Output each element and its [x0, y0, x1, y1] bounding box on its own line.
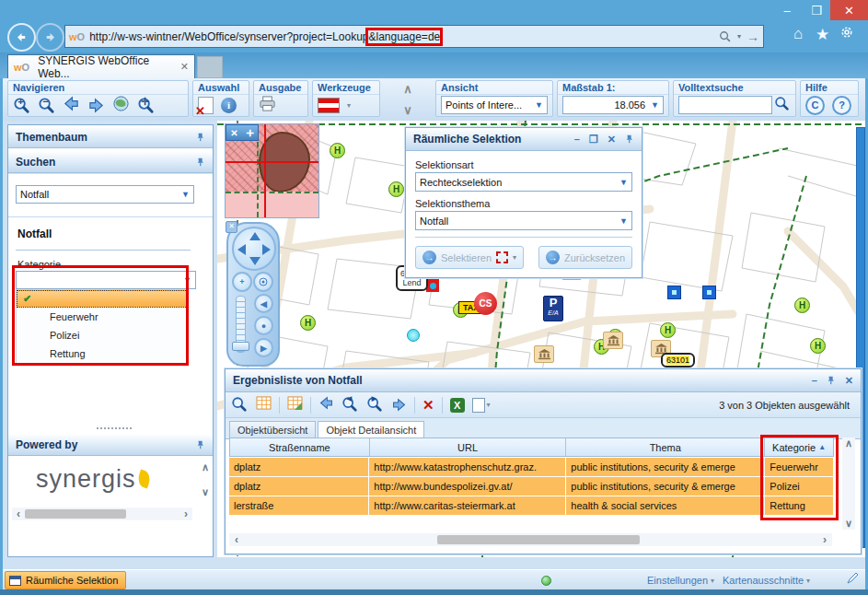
- zoom-in-icon[interactable]: +: [13, 97, 30, 114]
- museum-marker[interactable]: [603, 332, 623, 349]
- copyright-button[interactable]: C: [805, 96, 825, 115]
- history-back-button[interactable]: ◀: [254, 294, 273, 313]
- report-print-icon[interactable]: ▾: [472, 398, 491, 413]
- table-view-icon[interactable]: [256, 396, 272, 414]
- scrollbar-thumb[interactable]: [437, 535, 640, 544]
- scroll-down-icon[interactable]: ∨: [845, 518, 852, 530]
- zoom-in-button[interactable]: +: [232, 272, 252, 292]
- panel-minimize-icon[interactable]: –: [812, 375, 817, 386]
- history-forward-button[interactable]: ▶: [254, 338, 273, 357]
- fulltext-search-icon[interactable]: [774, 96, 790, 115]
- browser-back-button[interactable]: [7, 23, 36, 52]
- chevron-up-icon[interactable]: ∧: [403, 82, 412, 96]
- dropdown-option[interactable]: Feuerwehr: [17, 308, 188, 326]
- clear-selection-icon[interactable]: ✕: [198, 97, 214, 114]
- favorites-star-icon[interactable]: ★: [816, 25, 829, 44]
- einstellungen-menu[interactable]: Einstellungen▾: [647, 575, 714, 586]
- dropdown-option[interactable]: Rettung: [17, 344, 188, 363]
- fulltext-search-input[interactable]: [678, 96, 772, 114]
- selektionsart-dropdown[interactable]: Rechteckselektion▼: [415, 172, 632, 192]
- panel-header[interactable]: Räumliche Selektion – ❒ ✕: [406, 128, 642, 151]
- table-row[interactable]: lerstraßehttp://www.caritas-steiermark.a…: [229, 496, 834, 515]
- cs-marker[interactable]: CS: [474, 292, 497, 315]
- column-header-strassenname[interactable]: Straßenname: [230, 438, 370, 456]
- logo-vertical-scrollbar[interactable]: ∧ ∨: [202, 461, 209, 498]
- print-icon[interactable]: [259, 95, 276, 116]
- pan-zoom-icon[interactable]: ✛: [137, 97, 155, 114]
- browser-forward-button[interactable]: [36, 23, 64, 52]
- table-row[interactable]: dplatzhttp://www.bundespolizei.gv.at/pub…: [229, 477, 834, 496]
- next-extent-icon[interactable]: [87, 97, 105, 114]
- panel-close-icon[interactable]: ✕: [845, 375, 853, 387]
- pin-icon[interactable]: [196, 439, 205, 450]
- column-header-url[interactable]: URL: [370, 438, 567, 456]
- go-arrow-icon[interactable]: →: [746, 29, 759, 44]
- window-minimize-button[interactable]: –: [773, 0, 801, 20]
- selektieren-button[interactable]: → Selektieren ▾: [415, 246, 524, 269]
- minimap-controls[interactable]: ✕✛: [226, 124, 259, 141]
- poi-blue-square-marker[interactable]: [667, 286, 681, 299]
- results-header[interactable]: Ergebnisliste von Notfall – ✕: [226, 369, 861, 392]
- info-icon[interactable]: i: [221, 98, 237, 113]
- search-dropdown-caret[interactable]: ▾: [737, 32, 741, 41]
- excel-export-icon[interactable]: X: [450, 398, 465, 413]
- scroll-right-icon[interactable]: ›: [823, 533, 827, 546]
- zoom-to-selection-icon[interactable]: [231, 396, 249, 414]
- home-icon[interactable]: ⌂: [793, 25, 803, 43]
- minimap-pan-icon[interactable]: ✛: [246, 128, 253, 138]
- results-vertical-scrollbar[interactable]: ∧ ∨: [842, 438, 855, 530]
- panel-pin-icon[interactable]: [827, 375, 836, 386]
- logo-horizontal-scrollbar[interactable]: ‹ ›: [12, 508, 192, 520]
- search-theme-dropdown[interactable]: Notfall▼: [16, 185, 194, 204]
- navwidget-close-icon[interactable]: ✕: [226, 221, 237, 233]
- poi-blue-square-marker[interactable]: [702, 286, 716, 299]
- hydrant-marker[interactable]: H: [660, 322, 676, 338]
- table-row[interactable]: dplatzhttp://www.katastrophenschutz.graz…: [229, 458, 834, 476]
- help-button[interactable]: ?: [832, 96, 851, 115]
- tools-caret-icon[interactable]: ▾: [347, 101, 351, 110]
- address-bar[interactable]: wO http://w-ws-wintner/WebOffice/synserv…: [64, 25, 764, 48]
- new-tab-button[interactable]: [197, 56, 223, 78]
- tab-close-icon[interactable]: ✕: [180, 61, 189, 73]
- zuruecksetzen-button[interactable]: → Zurücksetzen: [538, 246, 632, 269]
- selektionsthema-dropdown[interactable]: Notfall▼: [415, 211, 632, 230]
- results-horizontal-scrollbar[interactable]: ‹ ›: [229, 533, 832, 546]
- scroll-up-icon[interactable]: ∧: [202, 461, 209, 473]
- austria-flag-icon[interactable]: [318, 98, 340, 113]
- hydrant-marker[interactable]: H: [794, 298, 810, 313]
- scroll-right-icon[interactable]: ›: [184, 508, 188, 520]
- kategorie-dropdown[interactable]: ▼: [16, 271, 196, 289]
- full-extent-globe-icon[interactable]: [112, 95, 130, 116]
- next-object-icon[interactable]: [391, 397, 407, 413]
- column-header-thema[interactable]: Thema: [566, 438, 765, 456]
- pin-icon[interactable]: [196, 132, 205, 143]
- panel-restore-icon[interactable]: ❒: [589, 134, 598, 146]
- hydrant-marker[interactable]: H: [330, 143, 345, 158]
- full-extent-button[interactable]: [253, 272, 273, 292]
- museum-marker[interactable]: [534, 345, 554, 363]
- column-header-kategorie[interactable]: Kategorie▲: [765, 438, 833, 456]
- previous-object-icon[interactable]: [318, 395, 334, 414]
- settings-gear-icon[interactable]: [839, 25, 854, 44]
- hydrant-marker[interactable]: H: [388, 181, 404, 197]
- zoom-next-icon[interactable]: ▶: [366, 396, 384, 414]
- dropdown-option[interactable]: Polizei: [17, 326, 188, 344]
- table-report-icon[interactable]: [287, 396, 303, 414]
- panel-close-icon[interactable]: ✕: [608, 134, 616, 146]
- panel-pin-icon[interactable]: [625, 134, 634, 145]
- scroll-left-icon[interactable]: ‹: [17, 508, 20, 520]
- previous-extent-icon[interactable]: [63, 95, 80, 116]
- sidebar-resize-handle[interactable]: [96, 426, 133, 430]
- redline-pen-icon[interactable]: [846, 572, 859, 589]
- scroll-down-icon[interactable]: ∨: [202, 486, 209, 498]
- sidebar-header-themenbaum[interactable]: Themenbaum: [8, 125, 213, 148]
- sidebar-header-suchen[interactable]: Suchen: [8, 150, 213, 173]
- panel-minimize-icon[interactable]: –: [574, 134, 580, 145]
- map-navigation-widget[interactable]: ✕ + ◀ ● ▶: [226, 222, 280, 367]
- zoom-out-icon[interactable]: −: [38, 97, 55, 114]
- sidebar-header-powered-by[interactable]: Powered by: [8, 433, 213, 456]
- window-maximize-button[interactable]: ❒: [803, 0, 830, 20]
- taskbar-button-raeumliche-selektion[interactable]: Räumliche Selektion: [5, 571, 126, 589]
- pin-icon[interactable]: [196, 157, 205, 168]
- ansicht-dropdown[interactable]: Points of Intere...▼: [441, 96, 548, 114]
